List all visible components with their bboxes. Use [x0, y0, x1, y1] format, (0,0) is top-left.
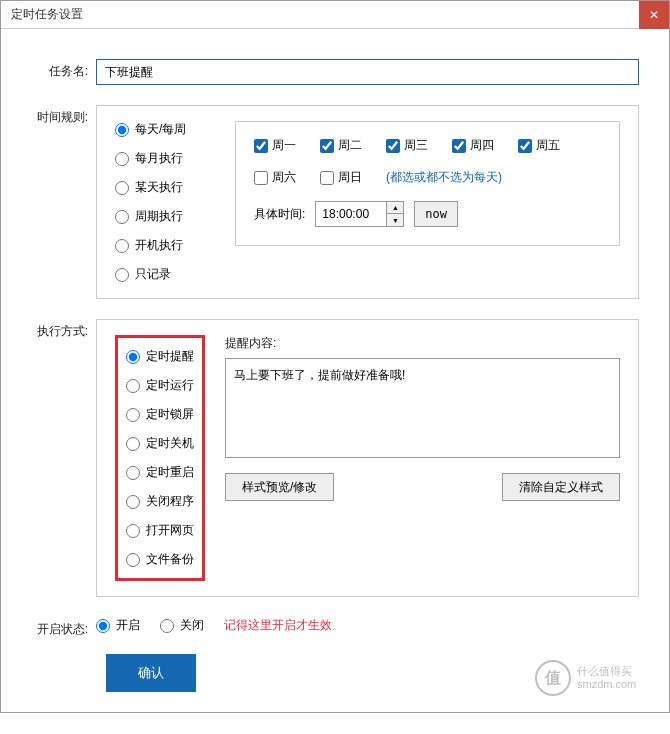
remind-content-label: 提醒内容:	[225, 335, 620, 352]
checkbox-mon[interactable]: 周一	[254, 137, 296, 154]
task-name-input[interactable]	[96, 59, 639, 85]
status-hint: 记得这里开启才生效	[224, 617, 332, 634]
checkbox-fri[interactable]: 周五	[518, 137, 560, 154]
radio-periodic[interactable]: 周期执行	[115, 208, 215, 225]
checkbox-thu[interactable]: 周四	[452, 137, 494, 154]
radio-status-off[interactable]: 关闭	[160, 617, 204, 634]
radio-someday[interactable]: 某天执行	[115, 179, 215, 196]
checkbox-wed[interactable]: 周三	[386, 137, 428, 154]
exec-mode-label: 执行方式:	[31, 319, 96, 597]
radio-restart[interactable]: 定时重启	[126, 464, 194, 481]
task-name-row: 任务名:	[31, 59, 639, 85]
days-hint: (都选或都不选为每天)	[386, 169, 502, 186]
dialog-content: 任务名: 时间规则: 每天/每周 每月执行 某天执行 周期执行 开机执行	[1, 29, 669, 712]
time-input[interactable]	[316, 202, 386, 226]
style-preview-button[interactable]: 样式预览/修改	[225, 473, 334, 501]
remind-content-textarea[interactable]	[225, 358, 620, 458]
days-panel: 周一 周二 周三 周四 周五 周六 周日 (都选或都不选为每天)	[235, 121, 620, 246]
watermark: 值 什么值得买 smzdm.com	[535, 658, 655, 698]
checkbox-sun[interactable]: 周日	[320, 169, 362, 186]
watermark-icon: 值	[535, 660, 571, 696]
radio-open-url[interactable]: 打开网页	[126, 522, 194, 539]
dialog-window: 定时任务设置 ✕ 任务名: 时间规则: 每天/每周 每月执行 某天执行	[0, 0, 670, 713]
exec-mode-highlight-box: 定时提醒 定时运行 定时锁屏 定时关机 定时重启 关闭程序 打开网页 文件备份	[115, 335, 205, 581]
confirm-button[interactable]: 确认	[106, 654, 196, 692]
time-spin-up[interactable]: ▲	[387, 202, 403, 214]
radio-backup[interactable]: 文件备份	[126, 551, 194, 568]
exec-mode-row: 执行方式: 定时提醒 定时运行 定时锁屏 定时关机 定时重启 关闭程序 打开网页…	[31, 319, 639, 597]
window-title: 定时任务设置	[11, 6, 83, 23]
checkbox-tue[interactable]: 周二	[320, 137, 362, 154]
radio-run[interactable]: 定时运行	[126, 377, 194, 394]
now-button[interactable]: now	[414, 201, 458, 227]
radio-lock[interactable]: 定时锁屏	[126, 406, 194, 423]
clear-style-button[interactable]: 清除自定义样式	[502, 473, 620, 501]
radio-record-only[interactable]: 只记录	[115, 266, 215, 283]
radio-status-on[interactable]: 开启	[96, 617, 140, 634]
status-label: 开启状态:	[31, 617, 96, 692]
time-label: 具体时间:	[254, 206, 305, 223]
checkbox-sat[interactable]: 周六	[254, 169, 296, 186]
time-spin-down[interactable]: ▼	[387, 214, 403, 226]
close-button[interactable]: ✕	[639, 1, 669, 29]
time-rule-label: 时间规则:	[31, 105, 96, 299]
titlebar: 定时任务设置 ✕	[1, 1, 669, 29]
radio-remind[interactable]: 定时提醒	[126, 348, 194, 365]
exec-mode-radio-group: 定时提醒 定时运行 定时锁屏 定时关机 定时重启 关闭程序 打开网页 文件备份	[126, 348, 194, 568]
radio-monthly[interactable]: 每月执行	[115, 150, 215, 167]
watermark-line2: smzdm.com	[577, 678, 636, 691]
radio-close-app[interactable]: 关闭程序	[126, 493, 194, 510]
close-icon: ✕	[649, 8, 659, 22]
task-name-label: 任务名:	[31, 59, 96, 85]
watermark-line1: 什么值得买	[577, 665, 636, 678]
time-rule-radio-group: 每天/每周 每月执行 某天执行 周期执行 开机执行 只记录	[115, 121, 215, 283]
radio-daily-weekly[interactable]: 每天/每周	[115, 121, 215, 138]
time-rule-row: 时间规则: 每天/每周 每月执行 某天执行 周期执行 开机执行 只记录	[31, 105, 639, 299]
time-stepper[interactable]: ▲ ▼	[315, 201, 404, 227]
radio-startup[interactable]: 开机执行	[115, 237, 215, 254]
radio-shutdown[interactable]: 定时关机	[126, 435, 194, 452]
